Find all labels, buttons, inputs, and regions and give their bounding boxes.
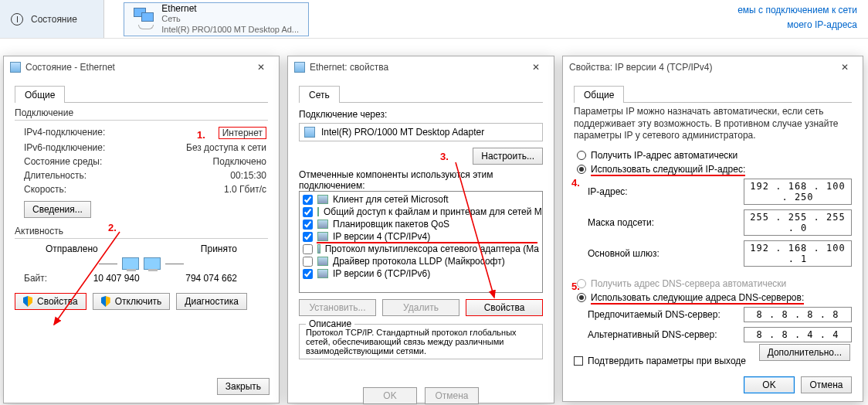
bytes-sent: 10 407 940: [47, 273, 185, 284]
component-label: IP версии 6 (TCP/IPv6): [333, 268, 430, 279]
dialog-title: Ethernet: свойства: [310, 62, 388, 73]
close-icon[interactable]: ✕: [524, 62, 548, 73]
components-list[interactable]: Клиент для сетей Microsoft Общий доступ …: [299, 191, 543, 293]
component-checkbox[interactable]: [303, 269, 313, 279]
disable-button[interactable]: Отключить: [93, 293, 171, 310]
monitor-icon: [122, 257, 139, 270]
advanced-button[interactable]: Дополнительно...: [759, 344, 850, 361]
cancel-button[interactable]: Отмена: [425, 387, 479, 404]
mask-input[interactable]: 255 . 255 . 255 . 0: [744, 209, 852, 236]
connection-through-label: Подключение через:: [299, 109, 543, 120]
adapter-tile[interactable]: Ethernet Сеть Intel(R) PRO/1000 MT Deskt…: [124, 2, 309, 36]
recv-label: Принято: [201, 243, 237, 254]
checkbox-icon: [574, 356, 583, 366]
ok-button[interactable]: OK: [744, 376, 795, 393]
component-item[interactable]: Протокол мультиплексора сетевого адаптер…: [300, 243, 542, 255]
component-icon: [317, 244, 320, 254]
annotation-3: 3.: [440, 151, 449, 162]
radio-auto-ip[interactable]: Получить IP-адрес автоматически: [574, 148, 852, 162]
gateway-input[interactable]: 192 . 168 . 100 . 1: [744, 240, 852, 267]
description-box: Описание Протокол TCP/IP. Стандартный пр…: [299, 324, 543, 359]
speed-value: 1.0 Гбит/с: [224, 184, 266, 195]
radio-auto-dns: Получить адрес DNS-сервера автоматически: [574, 277, 852, 291]
dialog-title: Свойства: IP версии 4 (TCP/IPv4): [569, 62, 713, 73]
state-label: Состояние: [31, 14, 77, 25]
media-state-label: Состояние среды:: [24, 156, 102, 167]
adapter-field: Intel(R) PRO/1000 MT Desktop Adapter: [299, 123, 543, 141]
close-icon[interactable]: ✕: [249, 62, 273, 73]
properties-button[interactable]: Свойства: [15, 293, 86, 310]
ipv4-value: Интернет: [219, 127, 266, 139]
duration-label: Длительность:: [24, 170, 86, 181]
install-button[interactable]: Установить...: [299, 299, 376, 316]
close-icon[interactable]: ✕: [833, 62, 856, 73]
dns1-label: Предпочитаемый DNS-сервер:: [588, 309, 721, 320]
ipv4-label: IPv4-подключение:: [24, 127, 105, 139]
top-bar: Состояние Ethernet Сеть Intel(R) PRO/100…: [0, 0, 868, 39]
media-state-value: Подключено: [213, 156, 266, 167]
configure-button[interactable]: Настроить...: [473, 148, 543, 165]
component-properties-button[interactable]: Свойства: [466, 299, 543, 316]
sidebar-item-state[interactable]: Состояние: [0, 0, 104, 38]
titlebar[interactable]: Ethernet: свойства ✕: [288, 56, 554, 78]
radio-icon: [577, 293, 586, 302]
shield-icon: [101, 296, 110, 307]
components-label: Отмеченные компоненты используются этим …: [299, 169, 543, 191]
nic-icon: [294, 62, 305, 73]
component-checkbox[interactable]: [303, 232, 313, 242]
annotation-1: 1.: [197, 129, 205, 141]
radio-static-dns[interactable]: Использовать следующие адреса DNS-сервер…: [574, 291, 852, 305]
group-activity: Активность: [15, 226, 268, 237]
network-adapter-icon: [134, 8, 154, 31]
tab-network[interactable]: Сеть: [299, 86, 340, 103]
bytes-label: Байт:: [24, 273, 47, 284]
group-connection: Подключение: [15, 107, 268, 118]
monitor-icon: [144, 257, 161, 270]
radio-static-ip[interactable]: Использовать следующий IP-адрес:: [574, 162, 852, 176]
diagnostics-button[interactable]: Диагностика: [176, 293, 247, 310]
link-my-ip[interactable]: моего IP-адреса: [787, 19, 857, 30]
component-icon: [317, 207, 319, 216]
titlebar[interactable]: Свойства: IP версии 4 (TCP/IPv4) ✕: [563, 56, 863, 78]
component-label: Клиент для сетей Microsoft: [333, 194, 449, 205]
annotation-4: 4.: [571, 177, 580, 189]
activity-icons: —— ——: [15, 257, 268, 270]
details-button[interactable]: Сведения...: [24, 201, 91, 218]
duration-value: 00:15:30: [230, 170, 266, 181]
component-item[interactable]: Драйвер протокола LLDP (Майкрософт): [300, 255, 542, 267]
component-item[interactable]: Клиент для сетей Microsoft: [300, 193, 542, 206]
bytes-recv: 794 074 662: [185, 273, 237, 284]
component-checkbox[interactable]: [303, 195, 313, 205]
component-checkbox[interactable]: [303, 220, 313, 230]
ok-button[interactable]: OK: [363, 387, 417, 404]
dialog-ethernet-status: Состояние - Ethernet ✕ Общие Подключение…: [3, 56, 280, 403]
adapter-text: Ethernet Сеть Intel(R) PRO/1000 MT Deskt…: [161, 3, 299, 34]
component-item[interactable]: IP версии 4 (TCP/IPv4): [300, 230, 542, 243]
titlebar[interactable]: Состояние - Ethernet ✕: [4, 56, 279, 78]
help-links: емы с подключением к сети моего IP-адрес…: [737, 3, 857, 32]
component-item[interactable]: Планировщик пакетов QoS: [300, 218, 542, 230]
component-item[interactable]: Общий доступ к файлам и принтерам для се…: [300, 206, 542, 218]
ipv6-label: IPv6-подключение:: [24, 142, 105, 153]
ip-input[interactable]: 192 . 168 . 100 . 250: [744, 179, 852, 205]
info-paragraph: Параметры IP можно назначать автоматичес…: [574, 106, 852, 142]
dialog-tcpipv4-properties: Свойства: IP версии 4 (TCP/IPv4) ✕ Общие…: [562, 56, 863, 402]
component-checkbox[interactable]: [303, 207, 313, 217]
close-button[interactable]: Закрыть: [217, 378, 270, 395]
tab-general[interactable]: Общие: [15, 86, 65, 103]
description-caption: Описание: [306, 318, 354, 329]
dialog-ethernet-properties: Ethernet: свойства ✕ Сеть Подключение че…: [287, 56, 554, 403]
tab-general[interactable]: Общие: [574, 86, 624, 103]
shield-icon: [23, 296, 32, 307]
remove-button[interactable]: Удалить: [382, 299, 459, 316]
component-checkbox[interactable]: [303, 257, 313, 267]
globe-icon: [11, 13, 23, 26]
component-item[interactable]: IP версии 6 (TCP/IPv6): [300, 267, 542, 280]
cancel-button[interactable]: Отмена: [801, 376, 852, 393]
link-connection-issues[interactable]: емы с подключением к сети: [737, 5, 857, 15]
sent-label: Отправлено: [46, 243, 98, 254]
component-icon: [317, 232, 328, 241]
component-checkbox[interactable]: [303, 244, 313, 254]
dns2-input[interactable]: 8 . 8 . 4 . 4: [744, 327, 852, 342]
dns1-input[interactable]: 8 . 8 . 8 . 8: [744, 307, 852, 322]
